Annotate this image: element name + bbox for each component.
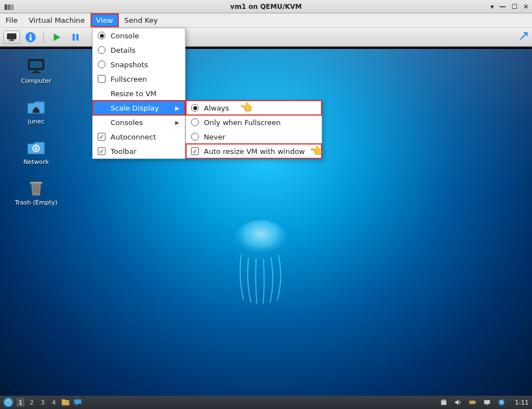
taskbar-app-chat[interactable] [73,398,82,407]
menu-send-key[interactable]: Send Key [119,13,163,27]
view-menu-details[interactable]: Details [93,43,185,57]
view-menu-resize-to-vm[interactable]: Resize to VM [93,86,185,101]
tray-display[interactable] [483,398,491,407]
svg-rect-22 [62,400,69,405]
svg-rect-13 [34,71,38,72]
run-button[interactable] [48,31,65,44]
package-icon [440,398,448,406]
chevron-right-icon: ▶ [175,105,179,111]
chevron-right-icon: ▶ [175,119,179,126]
info-button[interactable] [22,31,39,44]
info-icon [25,32,36,43]
svg-rect-1 [8,4,11,10]
menubar: File Virtual Machine View Send Key [0,13,532,28]
toolbar [0,28,532,47]
start-logo-icon [5,399,12,406]
checkbox-icon [98,133,106,141]
folder-network-icon [26,138,46,156]
checkbox-icon [98,147,106,155]
window-titlebar: vm1 on QEMU/KVM ▾ — ☐ ✕ [0,0,532,13]
folder-home-icon [26,98,46,116]
maximize-button[interactable]: ☐ [511,3,518,11]
view-menu-scale-display[interactable]: Scale Display ▶ [93,101,185,115]
desktop-icon-computer[interactable]: Computer [11,57,61,84]
display-icon [483,398,491,406]
window-title: vm1 on QEMU/KVM [230,3,302,11]
battery-icon [469,398,476,406]
workspace-4[interactable]: 4 [50,398,58,407]
close-button[interactable]: ✕ [523,3,529,11]
workspace-3[interactable]: 3 [39,398,47,407]
view-menu-toolbar[interactable]: Toolbar [93,144,185,158]
view-menu-consoles[interactable]: Consoles ▶ [93,115,185,129]
system-tray: 1:11 [439,398,529,407]
menu-view[interactable]: View [91,13,119,27]
scale-menu-never[interactable]: Never [186,129,322,144]
start-menu-button[interactable] [3,397,13,407]
svg-rect-25 [441,401,446,405]
menu-virtual-machine[interactable]: Virtual Machine [23,13,91,27]
view-menu-console[interactable]: Console [93,28,185,43]
svg-rect-14 [32,72,41,73]
view-menu-snapshots[interactable]: Snapshots [93,57,185,72]
svg-rect-0 [4,4,7,10]
scale-menu-always[interactable]: Always [186,101,322,115]
console-view-button[interactable] [3,31,20,44]
workspace-1[interactable]: 1 [17,398,24,407]
svg-rect-24 [74,400,81,404]
chat-icon [73,398,82,406]
scale-menu-only-fullscreen[interactable]: Only when Fullscreen [186,115,322,129]
trash-icon [26,179,46,197]
menu-file[interactable]: File [0,13,23,27]
scale-menu-auto-resize[interactable]: Auto resize VM with window [186,144,322,158]
taskbar-app-files[interactable] [61,398,70,407]
scale-display-submenu: Always Only when Fullscreen Never Auto r… [185,100,322,159]
fullscreen-button[interactable] [519,31,529,43]
svg-rect-23 [62,400,65,401]
window-controls: ▾ — ☐ ✕ [490,3,529,11]
desktop-icon-label: junec [28,118,44,125]
pause-button[interactable] [67,31,84,44]
tray-volume[interactable] [454,398,463,407]
volume-icon [454,398,462,406]
menu-dropdown-icon[interactable]: ▾ [490,3,494,11]
clock-icon [498,398,505,406]
svg-rect-27 [475,402,476,403]
desktop-icon-network[interactable]: Network [11,138,61,166]
checkbox-icon [191,147,199,155]
desktop-icon-label: Trash (Empty) [15,199,58,206]
desktop-icon-home[interactable]: junec [11,98,61,125]
svg-rect-28 [470,402,474,403]
monitor-icon [6,33,17,42]
view-menu-autoconnect[interactable]: Autoconnect [93,129,185,144]
computer-icon [26,57,46,75]
svg-point-21 [6,400,11,405]
workspace-2[interactable]: 2 [28,398,36,407]
svg-rect-29 [484,400,490,404]
desktop-icon-trash[interactable]: Trash (Empty) [11,179,61,206]
svg-rect-30 [486,405,489,405]
radio-icon [98,46,106,54]
view-menu-dropdown: Console Details Snapshots Fullscreen Res… [92,28,185,159]
checkbox-icon [98,75,106,83]
minimize-button[interactable]: — [499,3,506,11]
guest-taskbar: 1 2 3 4 1:11 [0,396,532,409]
svg-rect-12 [30,61,42,68]
files-icon [61,398,70,406]
tray-updates[interactable] [439,398,448,407]
svg-point-20 [234,220,289,260]
svg-rect-10 [76,34,78,41]
pause-icon [71,33,80,42]
svg-rect-3 [7,33,16,39]
svg-rect-16 [30,182,42,184]
desktop-icons-area: Computer junec Network Trash (Empty) [11,57,61,206]
desktop-icon-label: Computer [21,77,52,84]
tray-battery[interactable] [468,398,477,407]
taskbar-clock[interactable]: 1:11 [515,399,529,406]
tray-clock-icon[interactable] [497,398,506,407]
view-menu-fullscreen[interactable]: Fullscreen [93,72,185,86]
svg-rect-4 [11,39,13,41]
radio-icon [191,133,199,141]
fullscreen-icon [519,31,529,41]
radio-icon [191,118,199,126]
